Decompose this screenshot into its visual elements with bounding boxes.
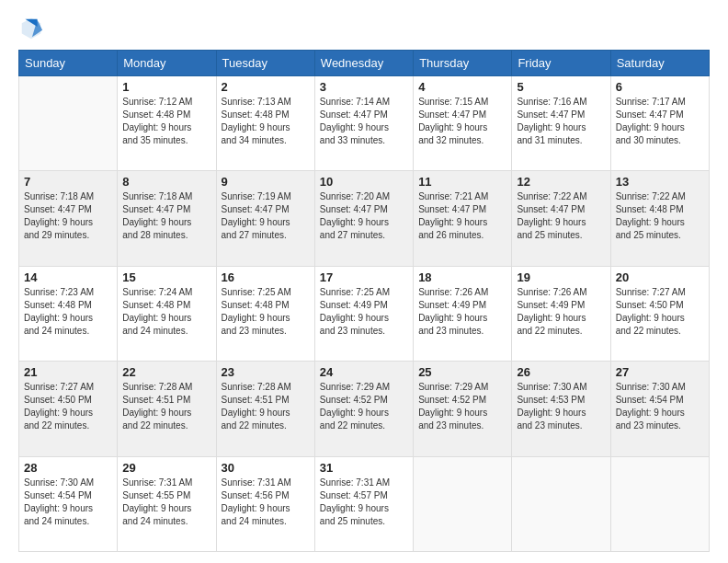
calendar-cell: [19, 76, 118, 171]
calendar-cell: 27Sunrise: 7:30 AMSunset: 4:54 PMDayligh…: [610, 362, 709, 456]
calendar-cell: 5Sunrise: 7:16 AMSunset: 4:47 PMDaylight…: [512, 76, 610, 171]
day-number: 15: [122, 270, 210, 284]
day-number: 9: [222, 175, 310, 189]
day-number: 10: [320, 175, 408, 189]
calendar-cell: 13Sunrise: 7:22 AMSunset: 4:48 PMDayligh…: [610, 171, 709, 266]
day-info: Sunrise: 7:19 AMSunset: 4:47 PMDaylight:…: [222, 190, 310, 242]
weekday-header-thursday: Thursday: [414, 51, 512, 76]
day-number: 11: [418, 175, 506, 189]
day-info: Sunrise: 7:27 AMSunset: 4:50 PMDaylight:…: [616, 286, 704, 338]
calendar-cell: 2Sunrise: 7:13 AMSunset: 4:48 PMDaylight…: [216, 76, 314, 171]
calendar-cell: 16Sunrise: 7:25 AMSunset: 4:48 PMDayligh…: [216, 266, 314, 361]
day-number: 22: [122, 365, 210, 379]
day-info: Sunrise: 7:22 AMSunset: 4:47 PMDaylight:…: [517, 190, 605, 242]
day-info: Sunrise: 7:26 AMSunset: 4:49 PMDaylight:…: [517, 286, 605, 338]
day-info: Sunrise: 7:14 AMSunset: 4:47 PMDaylight:…: [320, 96, 408, 147]
calendar-cell: 19Sunrise: 7:26 AMSunset: 4:49 PMDayligh…: [512, 266, 610, 361]
day-number: 5: [517, 80, 605, 94]
calendar-cell: 14Sunrise: 7:23 AMSunset: 4:48 PMDayligh…: [19, 266, 118, 361]
calendar-cell: [512, 456, 610, 551]
week-row-2: 7Sunrise: 7:18 AMSunset: 4:47 PMDaylight…: [19, 171, 710, 266]
day-info: Sunrise: 7:21 AMSunset: 4:47 PMDaylight:…: [418, 190, 506, 242]
logo-icon: [18, 15, 44, 40]
day-info: Sunrise: 7:29 AMSunset: 4:52 PMDaylight:…: [320, 381, 408, 432]
day-number: 6: [616, 80, 704, 94]
day-number: 28: [24, 461, 112, 475]
day-info: Sunrise: 7:23 AMSunset: 4:48 PMDaylight:…: [24, 286, 112, 338]
day-info: Sunrise: 7:29 AMSunset: 4:52 PMDaylight:…: [418, 381, 506, 432]
day-info: Sunrise: 7:24 AMSunset: 4:48 PMDaylight:…: [122, 286, 210, 338]
calendar-cell: 29Sunrise: 7:31 AMSunset: 4:55 PMDayligh…: [118, 456, 216, 551]
calendar-cell: 9Sunrise: 7:19 AMSunset: 4:47 PMDaylight…: [216, 171, 314, 266]
day-info: Sunrise: 7:31 AMSunset: 4:57 PMDaylight:…: [320, 477, 408, 528]
calendar-cell: 18Sunrise: 7:26 AMSunset: 4:49 PMDayligh…: [414, 266, 512, 361]
calendar-cell: 6Sunrise: 7:17 AMSunset: 4:47 PMDaylight…: [610, 76, 709, 171]
day-info: Sunrise: 7:25 AMSunset: 4:49 PMDaylight:…: [320, 286, 408, 338]
calendar-cell: 1Sunrise: 7:12 AMSunset: 4:48 PMDaylight…: [118, 76, 216, 171]
week-row-3: 14Sunrise: 7:23 AMSunset: 4:48 PMDayligh…: [19, 266, 710, 361]
calendar-cell: [414, 456, 512, 551]
logo: [18, 15, 48, 40]
calendar-cell: 8Sunrise: 7:18 AMSunset: 4:47 PMDaylight…: [118, 171, 216, 266]
day-info: Sunrise: 7:18 AMSunset: 4:47 PMDaylight:…: [24, 190, 112, 242]
header: [18, 15, 710, 40]
day-number: 2: [222, 80, 310, 94]
weekday-header-tuesday: Tuesday: [216, 51, 314, 76]
week-row-1: 1Sunrise: 7:12 AMSunset: 4:48 PMDaylight…: [19, 76, 710, 171]
calendar-table: SundayMondayTuesdayWednesdayThursdayFrid…: [18, 50, 710, 552]
day-number: 7: [24, 175, 112, 189]
day-number: 8: [122, 175, 210, 189]
day-info: Sunrise: 7:28 AMSunset: 4:51 PMDaylight:…: [222, 381, 310, 432]
day-info: Sunrise: 7:31 AMSunset: 4:55 PMDaylight:…: [122, 477, 210, 528]
calendar-cell: 25Sunrise: 7:29 AMSunset: 4:52 PMDayligh…: [414, 362, 512, 456]
day-info: Sunrise: 7:15 AMSunset: 4:47 PMDaylight:…: [418, 96, 506, 147]
day-info: Sunrise: 7:27 AMSunset: 4:50 PMDaylight:…: [24, 381, 112, 432]
day-info: Sunrise: 7:12 AMSunset: 4:48 PMDaylight:…: [122, 96, 210, 147]
day-number: 3: [320, 80, 408, 94]
day-info: Sunrise: 7:26 AMSunset: 4:49 PMDaylight:…: [418, 286, 506, 338]
calendar-cell: 20Sunrise: 7:27 AMSunset: 4:50 PMDayligh…: [610, 266, 709, 361]
weekday-header-friday: Friday: [512, 51, 610, 76]
weekday-header-wednesday: Wednesday: [314, 51, 413, 76]
calendar-cell: 26Sunrise: 7:30 AMSunset: 4:53 PMDayligh…: [512, 362, 610, 456]
day-number: 27: [616, 365, 704, 379]
calendar-cell: 22Sunrise: 7:28 AMSunset: 4:51 PMDayligh…: [118, 362, 216, 456]
day-number: 25: [418, 365, 506, 379]
calendar-cell: 23Sunrise: 7:28 AMSunset: 4:51 PMDayligh…: [216, 362, 314, 456]
day-info: Sunrise: 7:17 AMSunset: 4:47 PMDaylight:…: [616, 96, 704, 147]
day-number: 17: [320, 270, 408, 284]
day-number: 29: [122, 461, 210, 475]
weekday-header-monday: Monday: [118, 51, 216, 76]
day-info: Sunrise: 7:31 AMSunset: 4:56 PMDaylight:…: [222, 477, 310, 528]
calendar-cell: 21Sunrise: 7:27 AMSunset: 4:50 PMDayligh…: [19, 362, 118, 456]
day-info: Sunrise: 7:20 AMSunset: 4:47 PMDaylight:…: [320, 190, 408, 242]
day-number: 31: [320, 461, 408, 475]
calendar-cell: 24Sunrise: 7:29 AMSunset: 4:52 PMDayligh…: [314, 362, 413, 456]
weekday-header-sunday: Sunday: [19, 51, 118, 76]
weekday-header-saturday: Saturday: [610, 51, 709, 76]
calendar-cell: 4Sunrise: 7:15 AMSunset: 4:47 PMDaylight…: [414, 76, 512, 171]
day-info: Sunrise: 7:28 AMSunset: 4:51 PMDaylight:…: [122, 381, 210, 432]
day-number: 16: [222, 270, 310, 284]
calendar-cell: 10Sunrise: 7:20 AMSunset: 4:47 PMDayligh…: [314, 171, 413, 266]
day-number: 30: [222, 461, 310, 475]
calendar-cell: 7Sunrise: 7:18 AMSunset: 4:47 PMDaylight…: [19, 171, 118, 266]
day-info: Sunrise: 7:30 AMSunset: 4:54 PMDaylight:…: [616, 381, 704, 432]
calendar-cell: 15Sunrise: 7:24 AMSunset: 4:48 PMDayligh…: [118, 266, 216, 361]
calendar-cell: 3Sunrise: 7:14 AMSunset: 4:47 PMDaylight…: [314, 76, 413, 171]
day-number: 21: [24, 365, 112, 379]
day-number: 20: [616, 270, 704, 284]
week-row-4: 21Sunrise: 7:27 AMSunset: 4:50 PMDayligh…: [19, 362, 710, 456]
day-info: Sunrise: 7:30 AMSunset: 4:54 PMDaylight:…: [24, 477, 112, 528]
day-number: 13: [616, 175, 704, 189]
weekday-header-row: SundayMondayTuesdayWednesdayThursdayFrid…: [19, 51, 710, 76]
page: SundayMondayTuesdayWednesdayThursdayFrid…: [0, 0, 728, 563]
day-info: Sunrise: 7:16 AMSunset: 4:47 PMDaylight:…: [517, 96, 605, 147]
calendar-cell: 12Sunrise: 7:22 AMSunset: 4:47 PMDayligh…: [512, 171, 610, 266]
calendar-cell: 31Sunrise: 7:31 AMSunset: 4:57 PMDayligh…: [314, 456, 413, 551]
day-number: 18: [418, 270, 506, 284]
calendar-cell: 30Sunrise: 7:31 AMSunset: 4:56 PMDayligh…: [216, 456, 314, 551]
calendar-cell: 28Sunrise: 7:30 AMSunset: 4:54 PMDayligh…: [19, 456, 118, 551]
day-number: 23: [222, 365, 310, 379]
day-number: 1: [122, 80, 210, 94]
